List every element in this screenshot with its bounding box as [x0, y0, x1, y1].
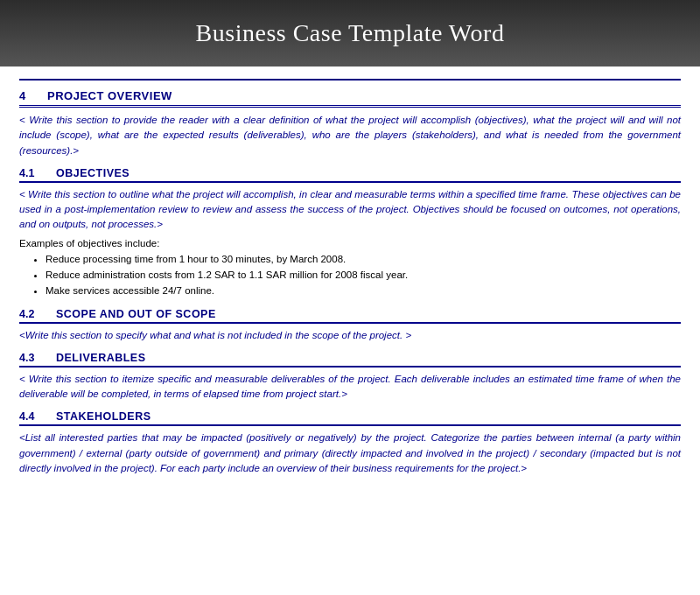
section-43-description: < Write this section to itemize specific…: [19, 372, 681, 402]
section-4-description: < Write this section to provide the read…: [19, 113, 681, 158]
page-header: Business Case Template Word: [0, 0, 700, 66]
section-41-title: OBJECTIVES: [56, 167, 130, 179]
section-43-heading: 4.3 DELIVERABLES: [19, 352, 681, 368]
main-content: 4 PROJECT OVERVIEW < Write this section …: [0, 66, 700, 494]
section-4-title: PROJECT OVERVIEW: [47, 89, 172, 102]
section-42-number: 4.2: [19, 308, 44, 320]
section-41-heading: 4.1 OBJECTIVES: [19, 167, 681, 183]
list-item: Make services accessible 24/7 online.: [46, 283, 681, 298]
section-44-heading: 4.4 STAKEHOLDERS: [19, 410, 681, 426]
section-43-title: DELIVERABLES: [56, 352, 146, 364]
top-border: [19, 79, 681, 80]
page-title: Business Case Template Word: [18, 19, 682, 47]
section-4-heading: 4 PROJECT OVERVIEW: [19, 89, 681, 108]
section-43-number: 4.3: [19, 352, 44, 364]
section-44-description: <List all interested parties that may be…: [19, 430, 681, 476]
section-4-number: 4: [19, 89, 35, 102]
section-42-title: SCOPE AND OUT OF SCOPE: [56, 308, 216, 320]
objectives-list: Reduce processing time from 1 hour to 30…: [46, 251, 681, 299]
section-44-title: STAKEHOLDERS: [56, 410, 151, 423]
section-44-number: 4.4: [19, 410, 44, 423]
section-42-heading: 4.2 SCOPE AND OUT OF SCOPE: [19, 308, 681, 324]
examples-label: Examples of objectives include:: [19, 238, 681, 248]
list-item: Reduce processing time from 1 hour to 30…: [46, 251, 681, 267]
section-41-description: < Write this section to outline what the…: [19, 187, 681, 233]
section-42-description: <Write this section to specify what and …: [19, 328, 681, 343]
section-41-number: 4.1: [19, 167, 44, 179]
list-item: Reduce administration costs from 1.2 SAR…: [46, 267, 681, 283]
